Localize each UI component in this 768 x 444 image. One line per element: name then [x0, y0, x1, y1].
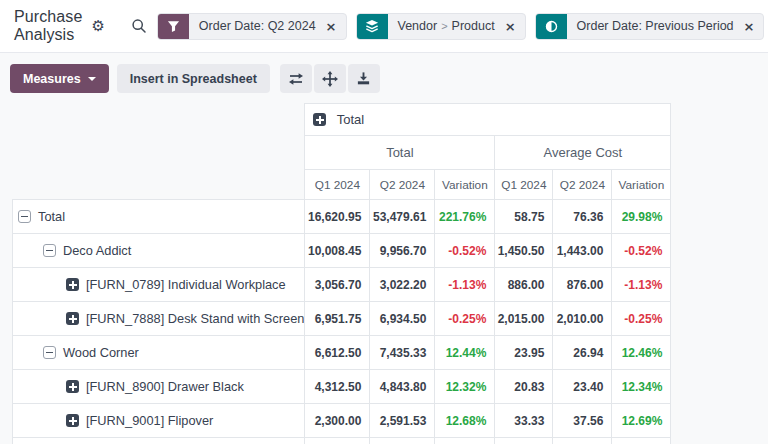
pivot-icon-buttons: [280, 64, 380, 93]
expand-toggle-icon[interactable]: [66, 312, 79, 325]
table-row-clipped: [13, 438, 671, 444]
row-label-text: [FURN_8900] Drawer Black: [86, 379, 244, 394]
table-row-deco-addict: Deco Addict 10,008.45 9,956.70 -0.52% 1,…: [13, 234, 671, 268]
variation-cell[interactable]: 12.68%: [435, 404, 495, 438]
pivot-cell[interactable]: 6,934.50: [370, 302, 435, 336]
row-label-text: Total: [38, 209, 65, 224]
expand-toggle-icon[interactable]: [43, 346, 56, 359]
pivot-header-root-row: Total: [13, 104, 671, 136]
period-header[interactable]: Q2 2024: [370, 170, 435, 200]
facet-separator: >: [437, 20, 451, 32]
pivot-cell[interactable]: 58.75: [495, 200, 553, 234]
variation-cell[interactable]: 12.32%: [435, 370, 495, 404]
pivot-cell[interactable]: 37.56: [553, 404, 612, 438]
pivot-cell[interactable]: 4,312.50: [305, 370, 370, 404]
pivot-cell[interactable]: 1,443.00: [553, 234, 612, 268]
search-icon: [131, 18, 147, 34]
measure-group-average-cost[interactable]: Average Cost: [495, 136, 671, 170]
variation-cell[interactable]: -0.52%: [612, 234, 671, 268]
gear-icon[interactable]: ⚙: [91, 19, 104, 34]
period-header[interactable]: Variation: [612, 170, 671, 200]
pivot-cell[interactable]: 33.33: [495, 404, 553, 438]
period-header[interactable]: Q1 2024: [495, 170, 553, 200]
download-icon[interactable]: [348, 64, 380, 93]
facet-remove-icon[interactable]: ×: [504, 14, 525, 39]
pivot-cell: [612, 438, 671, 444]
pivot-cell[interactable]: 4,843.80: [370, 370, 435, 404]
variation-cell[interactable]: 29.98%: [612, 200, 671, 234]
variation-cell[interactable]: -1.13%: [435, 268, 495, 302]
table-row-furn-8900: [FURN_8900] Drawer Black 4,312.50 4,843.…: [13, 370, 671, 404]
row-label-text: [FURN_9001] Flipover: [86, 413, 213, 428]
variation-cell[interactable]: -1.13%: [612, 268, 671, 302]
pivot-cell[interactable]: 2,591.53: [370, 404, 435, 438]
variation-cell[interactable]: 12.34%: [612, 370, 671, 404]
pivot-cell[interactable]: 20.83: [495, 370, 553, 404]
pivot-cell: [305, 438, 370, 444]
row-label[interactable]: [FURN_8900] Drawer Black: [13, 370, 305, 404]
measures-button[interactable]: Measures: [10, 64, 109, 93]
search-bar[interactable]: Order Date: Q2 2024 × Vendor > Product ×…: [131, 13, 765, 40]
facet-remove-icon[interactable]: ×: [743, 14, 764, 39]
pivot-cell[interactable]: 16,620.95: [305, 200, 370, 234]
facet-label: Vendor > Product: [388, 14, 504, 39]
pivot-cell[interactable]: 876.00: [553, 268, 612, 302]
flip-axis-icon[interactable]: [280, 64, 312, 93]
table-row-furn-7888: [FURN_7888] Desk Stand with Screen 6,951…: [13, 302, 671, 336]
pivot-cell: [435, 438, 495, 444]
filter-icon: [158, 14, 189, 39]
expand-toggle-icon[interactable]: [66, 414, 79, 427]
variation-cell[interactable]: -0.52%: [435, 234, 495, 268]
pivot-cell[interactable]: 1,450.50: [495, 234, 553, 268]
pivot-header-periods: Q1 2024 Q2 2024 Variation Q1 2024 Q2 202…: [13, 170, 671, 200]
column-root-header[interactable]: Total: [305, 104, 671, 136]
pivot-cell[interactable]: 23.95: [495, 336, 553, 370]
period-header[interactable]: Variation: [435, 170, 495, 200]
variation-cell[interactable]: -0.25%: [612, 302, 671, 336]
table-row-total: Total 16,620.95 53,479.61 221.76% 58.75 …: [13, 200, 671, 234]
row-label[interactable]: Deco Addict: [13, 234, 305, 268]
expand-toggle-icon[interactable]: [18, 210, 31, 223]
pivot-cell[interactable]: 6,612.50: [305, 336, 370, 370]
variation-cell[interactable]: -0.25%: [435, 302, 495, 336]
variation-cell[interactable]: 12.69%: [612, 404, 671, 438]
pivot-cell[interactable]: 9,956.70: [370, 234, 435, 268]
expand-toggle-icon[interactable]: [43, 244, 56, 257]
insert-in-spreadsheet-button[interactable]: Insert in Spreadsheet: [117, 64, 270, 93]
variation-cell[interactable]: 221.76%: [435, 200, 495, 234]
variation-cell[interactable]: 12.44%: [435, 336, 495, 370]
pivot-cell[interactable]: 3,022.20: [370, 268, 435, 302]
pivot-cell[interactable]: 6,951.75: [305, 302, 370, 336]
chevron-down-icon: [88, 77, 96, 81]
row-label[interactable]: Wood Corner: [13, 336, 305, 370]
row-label[interactable]: [FURN_9001] Flipover: [13, 404, 305, 438]
pivot-cell[interactable]: 53,479.61: [370, 200, 435, 234]
pivot-cell[interactable]: 23.40: [553, 370, 612, 404]
expand-toggle-icon[interactable]: [66, 278, 79, 291]
pivot-toolbar: Measures Insert in Spreadsheet: [0, 53, 768, 103]
facet-remove-icon[interactable]: ×: [325, 14, 346, 39]
measure-group-total[interactable]: Total: [305, 136, 495, 170]
expand-toggle-icon[interactable]: [66, 380, 79, 393]
pivot-header-measure-groups: Total Average Cost: [13, 136, 671, 170]
row-label[interactable]: Total: [13, 200, 305, 234]
pivot-cell[interactable]: 10,008.45: [305, 234, 370, 268]
pivot-cell: [495, 438, 553, 444]
table-row-furn-9001: [FURN_9001] Flipover 2,300.00 2,591.53 1…: [13, 404, 671, 438]
pivot-cell[interactable]: 3,056.70: [305, 268, 370, 302]
variation-cell[interactable]: 12.46%: [612, 336, 671, 370]
row-label-text: Deco Addict: [63, 243, 131, 258]
pivot-cell[interactable]: 7,435.33: [370, 336, 435, 370]
period-header[interactable]: Q2 2024: [553, 170, 612, 200]
row-label[interactable]: [FURN_0789] Individual Workplace: [13, 268, 305, 302]
period-header[interactable]: Q1 2024: [305, 170, 370, 200]
pivot-cell[interactable]: 2,300.00: [305, 404, 370, 438]
pivot-cell[interactable]: 2,015.00: [495, 302, 553, 336]
pivot-cell[interactable]: 2,010.00: [553, 302, 612, 336]
expand-column-icon[interactable]: [313, 113, 326, 126]
row-label[interactable]: [FURN_7888] Desk Stand with Screen: [13, 302, 305, 336]
pivot-cell[interactable]: 76.36: [553, 200, 612, 234]
expand-all-icon[interactable]: [314, 64, 346, 93]
pivot-cell[interactable]: 886.00: [495, 268, 553, 302]
pivot-cell[interactable]: 26.94: [553, 336, 612, 370]
